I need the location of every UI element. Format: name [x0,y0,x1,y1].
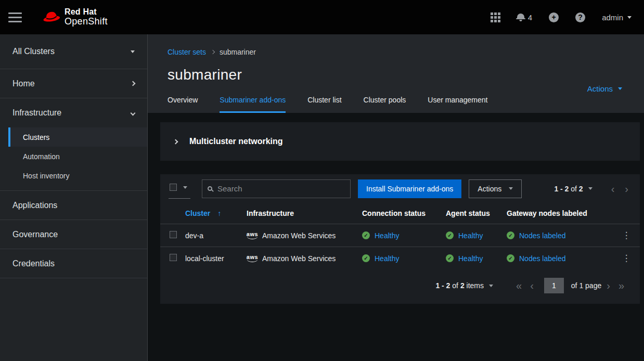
last-page-button[interactable]: » [615,280,627,291]
row-checkbox[interactable] [170,254,177,261]
prev-page-button[interactable]: ‹ [608,184,618,194]
check-circle-icon: ✓ [507,254,514,262]
infrastructure-label: Amazon Web Services [262,254,336,263]
pagination-bottom: 1 - 2 of 2 items « ‹ of 1 page › » [160,269,640,304]
caret-down-icon [183,186,187,189]
agent-status-link[interactable]: Healthy [458,254,483,263]
search-input[interactable] [217,184,345,193]
connection-status: ✓ Healthy [362,231,437,240]
sidebar-item-label: Applications [12,201,57,210]
connection-status-link[interactable]: Healthy [375,254,399,263]
gateway-nodes-status: ✓ Nodes labeled [507,231,609,240]
column-header-infrastructure: Infrastructure [242,204,358,224]
install-submariner-button[interactable]: Install Submariner add-ons [358,179,461,198]
help-icon[interactable]: ? [575,12,585,22]
tab-cluster-pools[interactable]: Cluster pools [364,96,406,113]
connection-status: ✓ Healthy [362,254,437,263]
breadcrumb-link-cluster-sets[interactable]: Cluster sets [168,48,206,56]
pagination-of: of [571,185,577,193]
user-menu[interactable]: admin [602,13,632,22]
pagination-range-values: 1 - 2 [554,185,569,193]
pagination-of: of [452,281,458,290]
page-actions-dropdown[interactable]: Actions [587,84,622,93]
tab-cluster-list[interactable]: Cluster list [307,96,341,113]
breadcrumb-separator-icon [211,50,215,54]
tab-overview[interactable]: Overview [168,96,198,113]
kebab-menu-icon[interactable]: ⋮ [622,230,631,240]
pagination-nav: « ‹ of 1 page › » [513,278,627,293]
page-number-input[interactable] [544,278,564,293]
perspective-label: All Clusters [12,47,55,56]
cluster-name-cell: dev-a [181,224,242,247]
notification-count: 4 [528,13,532,22]
caret-down-icon [618,87,622,90]
redhat-fedora-icon [42,10,61,24]
column-header-actions [613,204,640,224]
pagination-total: 2 [460,281,465,290]
aws-swoosh [247,260,257,262]
infrastructure-subnav: Clusters Automation Host inventory [0,127,147,191]
header-checkbox-cell [160,204,181,224]
pagination-menu-caret-icon[interactable] [489,285,493,287]
chevron-down-icon [131,110,136,115]
next-page-button[interactable]: › [603,280,613,291]
brand-line2: OpenShift [65,17,108,27]
brand-line1: Red Hat [65,7,108,17]
agent-status-link[interactable]: Healthy [458,231,483,240]
chevron-right-icon [131,81,136,86]
connection-status-link[interactable]: Healthy [375,231,399,240]
multicluster-networking-card: Multicluster networking [160,122,640,161]
sidebar-item-home[interactable]: Home [0,69,147,98]
pagination-range: 1 - 2 of 2 [554,185,583,193]
prev-page-button[interactable]: ‹ [527,280,537,291]
sidebar-item-label: Credentials [12,259,55,268]
pagination-total: 2 [579,185,583,193]
tab-submariner-add-ons[interactable]: Submariner add-ons [220,96,286,113]
select-all-checkbox[interactable] [170,184,177,191]
nav-toggle-icon[interactable] [8,10,22,25]
infrastructure-cell: aws Amazon Web Services [247,231,354,240]
expand-toggle-button[interactable] [169,135,182,148]
next-page-button[interactable]: › [622,184,632,194]
kebab-menu-icon[interactable]: ⋮ [622,253,631,263]
first-page-button[interactable]: « [513,280,525,291]
sidebar-subitem-label: Automation [23,152,60,161]
gateway-nodes-status: ✓ Nodes labeled [507,254,609,263]
aws-swoosh [247,237,257,239]
app-launcher-icon[interactable] [491,12,500,22]
table-actions-dropdown[interactable]: Actions [469,179,522,198]
sidebar-item-host-inventory[interactable]: Host inventory [0,166,147,185]
page-header: Cluster sets submariner submariner Actio… [148,34,644,113]
sidebar-item-applications[interactable]: Applications [0,191,147,220]
row-checkbox[interactable] [170,231,177,238]
sidebar-item-credentials[interactable]: Credentials [0,249,147,278]
aws-icon: aws [247,231,258,239]
table-actions-label: Actions [478,185,501,193]
column-header-gateway-nodes: Gateway nodes labeled [503,204,613,224]
pagination-items-word: items [467,281,484,290]
create-icon[interactable]: + [549,12,559,22]
bulk-select-dropdown[interactable] [169,178,190,199]
pagination-range: 1 - 2 of 2 items [435,281,484,290]
perspective-switcher[interactable]: All Clusters [0,34,147,69]
table-row: dev-a aws Amazon Web Services [160,224,640,247]
gateway-nodes-link[interactable]: Nodes labeled [519,254,566,263]
pagination-menu-caret-icon[interactable] [588,187,593,190]
sidebar-item-clusters[interactable]: Clusters [8,127,147,147]
redhat-openshift-logo[interactable]: Red Hat OpenShift [42,7,108,27]
table-row: local-cluster aws Amazon Web Services [160,247,640,270]
caret-down-icon [131,50,135,53]
gateway-nodes-link[interactable]: Nodes labeled [519,231,566,240]
sidebar-item-infrastructure[interactable]: Infrastructure [0,98,147,127]
sidebar-item-governance[interactable]: Governance [0,220,147,249]
check-circle-icon: ✓ [446,231,454,239]
column-header-cluster[interactable]: Cluster↑ [181,204,242,224]
check-circle-icon: ✓ [362,231,370,239]
sidebar-item-automation[interactable]: Automation [0,147,147,166]
sort-asc-icon: ↑ [217,209,221,217]
tab-user-management[interactable]: User management [428,96,487,113]
notifications-button[interactable]: 4 [517,13,532,22]
username: admin [602,13,623,22]
sidebar-item-label: Home [12,79,35,88]
chevron-right-icon [173,139,178,144]
